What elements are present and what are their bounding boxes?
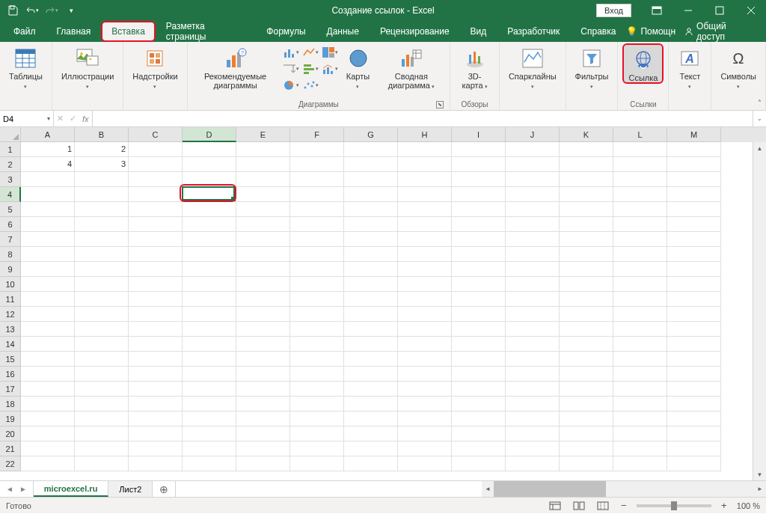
cell[interactable] [129, 382, 183, 397]
cell[interactable] [560, 202, 613, 217]
cell[interactable] [452, 456, 506, 471]
tab-insert[interactable]: Вставка [101, 21, 156, 42]
cell[interactable] [75, 202, 129, 217]
cell[interactable] [613, 352, 667, 367]
cell[interactable] [129, 187, 183, 202]
cell[interactable] [452, 412, 506, 426]
sheet-tab-active[interactable]: microexcel.ru [34, 481, 109, 497]
cell[interactable] [290, 172, 344, 187]
cell[interactable] [183, 172, 236, 187]
cell[interactable] [183, 142, 236, 157]
cell[interactable] [452, 202, 506, 217]
cell[interactable] [667, 322, 721, 337]
cell[interactable] [21, 202, 75, 217]
new-sheet-button[interactable]: ⊕ [153, 481, 175, 497]
cell[interactable] [398, 157, 452, 172]
cell[interactable] [21, 456, 75, 471]
cell[interactable] [613, 307, 667, 322]
cell[interactable] [75, 412, 129, 426]
cell[interactable] [506, 337, 560, 352]
cell[interactable] [613, 247, 667, 262]
cell[interactable] [344, 456, 398, 471]
tab-file[interactable]: Файл [3, 21, 46, 42]
column-header[interactable]: E [236, 127, 290, 142]
cell[interactable] [290, 352, 344, 367]
cell[interactable] [183, 456, 236, 471]
cell[interactable] [344, 307, 398, 322]
cell[interactable] [667, 277, 721, 292]
cell[interactable] [506, 412, 560, 426]
cell[interactable] [506, 202, 560, 217]
cell[interactable] [560, 322, 613, 337]
cell[interactable] [452, 322, 506, 337]
cell[interactable] [21, 412, 75, 426]
cell[interactable] [667, 367, 721, 382]
cell[interactable]: 4 [21, 157, 75, 172]
cell[interactable] [398, 142, 452, 157]
cell[interactable] [183, 322, 236, 337]
cell[interactable] [236, 322, 290, 337]
zoom-slider[interactable] [637, 504, 711, 507]
zoom-out-button[interactable]: − [619, 500, 629, 511]
cell[interactable] [183, 277, 236, 292]
cell[interactable] [560, 217, 613, 232]
column-header[interactable]: J [506, 127, 560, 142]
cell[interactable] [290, 367, 344, 382]
cell[interactable] [21, 292, 75, 307]
cell[interactable] [398, 337, 452, 352]
cell[interactable] [667, 142, 721, 157]
column-header[interactable]: L [613, 127, 667, 142]
cell[interactable] [560, 352, 613, 367]
cell[interactable] [344, 397, 398, 412]
cell[interactable] [560, 412, 613, 426]
cell[interactable] [344, 382, 398, 397]
cell[interactable] [75, 441, 129, 456]
cell[interactable] [452, 397, 506, 412]
cell[interactable] [452, 157, 506, 172]
cell[interactable] [75, 337, 129, 352]
minimize-icon[interactable] [673, 0, 703, 21]
cell[interactable] [667, 247, 721, 262]
cell[interactable] [398, 322, 452, 337]
cell[interactable] [613, 277, 667, 292]
cell[interactable] [398, 352, 452, 367]
cell[interactable] [21, 262, 75, 277]
hscroll-thumb[interactable] [494, 481, 606, 497]
cell[interactable] [560, 382, 613, 397]
cell[interactable] [21, 322, 75, 337]
cell[interactable] [560, 441, 613, 456]
cell[interactable]: 2 [75, 142, 129, 157]
row-header[interactable]: 15 [0, 352, 21, 367]
cell[interactable] [613, 142, 667, 157]
page-layout-view-icon[interactable] [571, 499, 587, 513]
cell[interactable] [452, 352, 506, 367]
cell[interactable] [236, 202, 290, 217]
cell[interactable] [183, 307, 236, 322]
cell[interactable] [183, 412, 236, 426]
cell[interactable] [560, 262, 613, 277]
cell[interactable] [398, 456, 452, 471]
cell[interactable] [129, 367, 183, 382]
cell[interactable] [560, 172, 613, 187]
column-header[interactable]: C [129, 127, 183, 142]
cell[interactable] [560, 187, 613, 202]
cell[interactable] [183, 426, 236, 441]
cell[interactable] [506, 262, 560, 277]
cell[interactable] [183, 217, 236, 232]
cell[interactable] [667, 232, 721, 247]
cell[interactable] [290, 456, 344, 471]
cell[interactable] [613, 441, 667, 456]
column-header[interactable]: H [398, 127, 452, 142]
cell[interactable] [398, 397, 452, 412]
cell[interactable] [452, 232, 506, 247]
cell[interactable] [129, 232, 183, 247]
cell[interactable] [506, 157, 560, 172]
scroll-right-icon[interactable]: ► [754, 481, 766, 497]
cell[interactable] [236, 157, 290, 172]
enter-formula-icon[interactable]: ✓ [70, 114, 76, 123]
cell[interactable] [398, 277, 452, 292]
cell[interactable] [183, 367, 236, 382]
cell[interactable] [398, 307, 452, 322]
cell[interactable] [344, 247, 398, 262]
cell[interactable] [21, 397, 75, 412]
